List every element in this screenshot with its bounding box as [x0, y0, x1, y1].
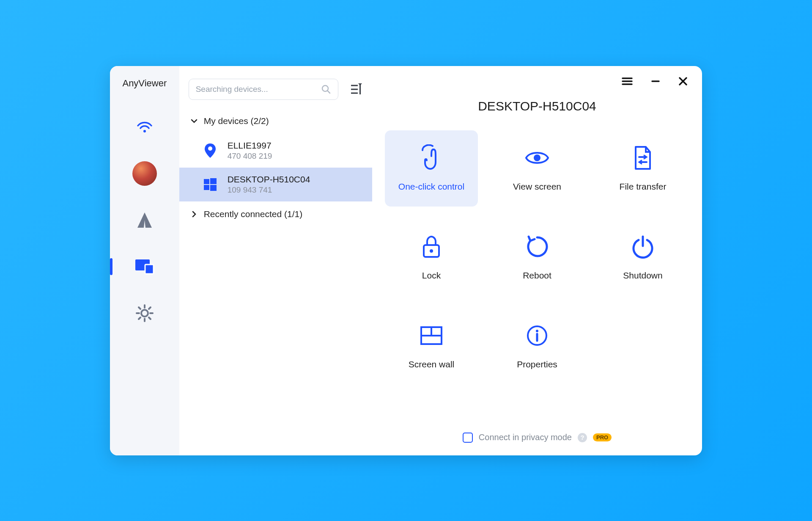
- device-name: DESKTOP-H510C04: [228, 174, 310, 185]
- device-id: 109 943 741: [228, 185, 310, 195]
- action-one-click-control[interactable]: One-click control: [385, 130, 478, 207]
- svg-rect-20: [210, 178, 217, 184]
- action-label: Properties: [517, 359, 557, 369]
- chevron-right-icon: [190, 211, 198, 218]
- search-row: [179, 79, 372, 108]
- info-icon: [524, 323, 550, 348]
- minimize-button[interactable]: [650, 75, 661, 87]
- device-list-panel: My devices (2/2) ELLIE1997 470 408 219 D…: [179, 66, 372, 455]
- device-row-desktop[interactable]: DESKTOP-H510C04 109 943 741: [179, 168, 372, 201]
- svg-rect-22: [210, 185, 217, 191]
- grid-icon: [419, 323, 444, 348]
- close-icon: [678, 77, 688, 86]
- svg-point-39: [536, 330, 538, 332]
- app-window: AnyViewer: [110, 66, 702, 455]
- svg-line-11: [149, 307, 151, 309]
- touch-icon: [419, 145, 444, 171]
- svg-rect-21: [204, 185, 209, 190]
- sidebar: AnyViewer: [110, 66, 179, 455]
- nav-road[interactable]: [110, 199, 179, 241]
- action-label: Reboot: [523, 270, 551, 281]
- windows-icon: [202, 176, 218, 193]
- group-recent-label: Recently connected (1/1): [204, 209, 302, 219]
- svg-line-10: [139, 317, 140, 319]
- avatar-icon: [132, 161, 157, 186]
- nav-account[interactable]: [110, 152, 179, 195]
- action-label: Lock: [422, 270, 441, 281]
- action-properties[interactable]: Properties: [491, 308, 584, 384]
- action-label: One-click control: [398, 182, 464, 192]
- close-button[interactable]: [677, 75, 689, 88]
- privacy-label: Connect in privacy mode: [479, 433, 572, 442]
- power-icon: [630, 234, 656, 259]
- svg-rect-17: [359, 84, 361, 94]
- wifi-icon: [136, 121, 153, 133]
- device-name: ELLIE1997: [228, 141, 272, 151]
- action-lock[interactable]: Lock: [385, 219, 478, 295]
- titlebar: [385, 74, 689, 89]
- search-icon: [321, 84, 331, 94]
- nav-devices[interactable]: [110, 245, 179, 288]
- detail-title: DESKTOP-H510C04: [385, 99, 689, 113]
- location-icon: [202, 143, 218, 159]
- action-file-transfer[interactable]: File transfer: [596, 130, 689, 207]
- svg-line-9: [149, 317, 151, 319]
- menu-icon: [622, 77, 633, 85]
- devices-icon: [134, 258, 155, 276]
- action-shutdown[interactable]: Shutdown: [596, 219, 689, 295]
- detail-panel: DESKTOP-H510C04 One-click control View s…: [372, 66, 702, 455]
- eye-icon: [524, 145, 550, 171]
- action-label: View screen: [513, 182, 561, 192]
- action-screen-wall[interactable]: Screen wall: [385, 308, 478, 384]
- reboot-icon: [524, 234, 550, 259]
- group-my-devices-label: My devices (2/2): [204, 116, 269, 126]
- group-recent[interactable]: Recently connected (1/1): [179, 201, 372, 227]
- svg-point-3: [141, 310, 148, 317]
- list-sort-icon[interactable]: [350, 83, 363, 95]
- action-label: Shutdown: [623, 270, 662, 281]
- action-label: Screen wall: [409, 359, 455, 369]
- privacy-row: Connect in privacy mode ? PRO: [385, 433, 689, 447]
- action-label: File transfer: [620, 182, 667, 192]
- pro-badge: PRO: [593, 433, 612, 441]
- device-row-ellie[interactable]: ELLIE1997 470 408 219: [179, 134, 372, 168]
- nav-connection[interactable]: [110, 106, 179, 148]
- nav-settings[interactable]: [110, 292, 179, 334]
- svg-point-0: [143, 130, 146, 132]
- lock-icon: [419, 234, 444, 259]
- chevron-down-icon: [190, 119, 198, 123]
- svg-rect-2: [145, 265, 154, 274]
- privacy-checkbox[interactable]: [463, 433, 473, 443]
- svg-line-13: [327, 91, 330, 93]
- search-box[interactable]: [189, 79, 338, 100]
- app-title: AnyViewer: [122, 78, 167, 89]
- action-view-screen[interactable]: View screen: [491, 130, 584, 207]
- gear-icon: [135, 303, 154, 323]
- minimize-icon: [651, 77, 660, 85]
- help-icon[interactable]: ?: [578, 433, 587, 442]
- svg-point-18: [208, 146, 212, 151]
- device-id: 470 408 219: [228, 152, 272, 161]
- svg-line-8: [139, 307, 140, 309]
- action-reboot[interactable]: Reboot: [491, 219, 584, 295]
- svg-point-29: [534, 154, 540, 161]
- svg-rect-19: [204, 179, 209, 184]
- menu-button[interactable]: [620, 75, 634, 87]
- road-icon: [135, 212, 154, 229]
- svg-point-33: [430, 249, 433, 253]
- action-grid: One-click control View screen File trans…: [385, 130, 689, 384]
- group-my-devices[interactable]: My devices (2/2): [179, 108, 372, 134]
- file-transfer-icon: [630, 145, 656, 171]
- search-input[interactable]: [196, 85, 321, 94]
